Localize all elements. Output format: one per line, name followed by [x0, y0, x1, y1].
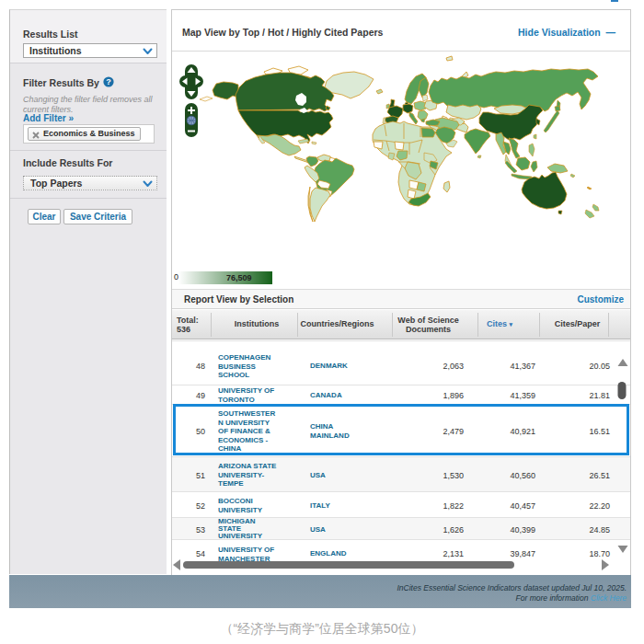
svg-text:?: ?: [106, 77, 111, 86]
svg-text:0: 0: [174, 272, 178, 282]
svg-text:76,509: 76,509: [226, 273, 252, 282]
